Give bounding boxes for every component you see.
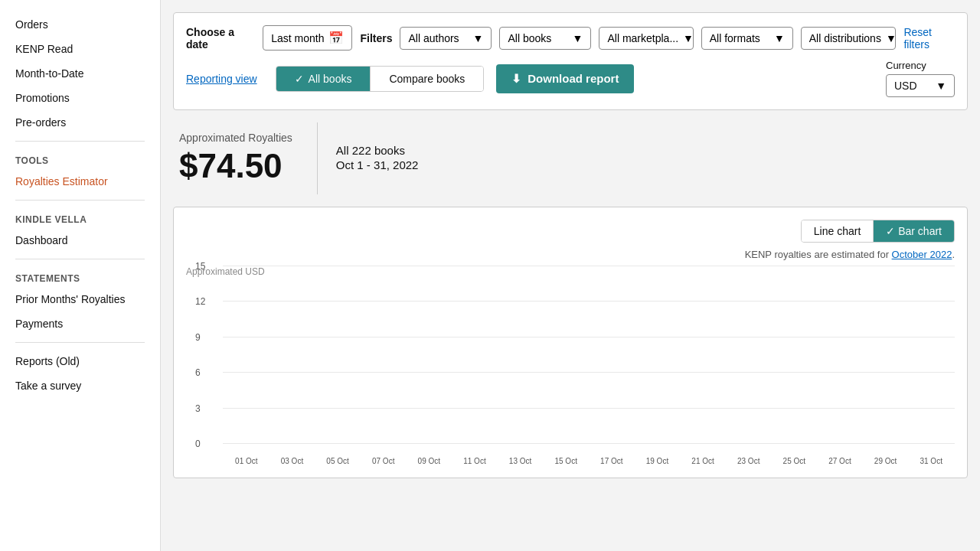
marketplace-dropdown[interactable]: All marketpla... ▼: [599, 27, 693, 50]
royalties-date-range: Oct 1 - 31, 2022: [336, 158, 419, 171]
kenp-period: .: [952, 249, 955, 260]
books-value: All books: [508, 32, 551, 44]
date-value: Last month: [271, 32, 324, 44]
x-axis-label: 29 Oct: [864, 457, 908, 465]
sidebar-item-promotions[interactable]: Promotions: [0, 86, 160, 110]
currency-group: Currency USD ▼: [886, 60, 955, 97]
sidebar-item-payments[interactable]: Payments: [0, 311, 160, 336]
download-label: Download report: [528, 72, 619, 85]
authors-value: All authors: [408, 32, 459, 44]
y-axis-label: 6: [195, 367, 201, 378]
sidebar-item-month-to-date[interactable]: Month-to-Date: [0, 61, 160, 86]
y-axis-label: 3: [195, 403, 201, 414]
kenp-note-text: KENP royalties are estimated for: [745, 249, 889, 260]
currency-label: Currency: [886, 60, 926, 71]
download-icon: ⬇: [511, 72, 521, 86]
all-books-tab[interactable]: ✓All books: [276, 67, 371, 91]
sidebar-item-reports-old[interactable]: Reports (Old): [0, 349, 160, 373]
divider-1: [15, 141, 145, 142]
tools-section-title: TOOLS: [0, 148, 160, 169]
download-report-button[interactable]: ⬇ Download report: [496, 64, 634, 93]
x-axis-label: 11 Oct: [452, 457, 497, 465]
choose-date-label: Choose a date: [186, 26, 252, 51]
sidebar-item-kenp-read[interactable]: KENP Read: [0, 37, 160, 61]
x-axis-label: 15 Oct: [544, 457, 588, 465]
kindle-vella-section-title: KINDLE VELLA: [0, 207, 160, 228]
x-axis-label: 05 Oct: [315, 457, 360, 465]
y-axis-label: 12: [195, 296, 205, 307]
compare-books-tab[interactable]: Compare books: [370, 67, 483, 91]
x-axis-label: 07 Oct: [361, 457, 406, 465]
x-axis-label: 23 Oct: [727, 457, 771, 465]
kenp-link[interactable]: October 2022: [892, 249, 952, 260]
distributions-value: All distributions: [809, 32, 881, 44]
divider-4: [15, 342, 145, 343]
royalties-amount: $74.50: [179, 147, 292, 185]
reset-filters-link[interactable]: Reset filters: [903, 26, 955, 51]
kenp-note: KENP royalties are estimated for October…: [186, 249, 955, 260]
currency-dropdown[interactable]: USD ▼: [886, 74, 955, 97]
view-tab-group: ✓All books Compare books: [276, 66, 485, 92]
x-axis-label: 13 Oct: [498, 457, 543, 465]
formats-dropdown[interactable]: All formats ▼: [701, 27, 793, 50]
approximated-label: Approximated Royalties: [179, 132, 292, 144]
sidebar-item-take-survey[interactable]: Take a survey: [0, 373, 160, 398]
sidebar-item-pre-orders[interactable]: Pre-orders: [0, 110, 160, 135]
reporting-view-link[interactable]: Reporting view: [186, 73, 257, 85]
filter-panel: Choose a date Last month 📅 Filters All a…: [173, 12, 968, 110]
royalties-meta: All 222 books Oct 1 - 31, 2022: [336, 144, 419, 173]
books-arrow-icon: ▼: [573, 32, 583, 44]
formats-value: All formats: [710, 32, 760, 44]
x-axis-label: 21 Oct: [681, 457, 725, 465]
x-axis: 01 Oct03 Oct05 Oct07 Oct09 Oct11 Oct13 O…: [223, 457, 955, 465]
x-axis-label: 09 Oct: [407, 457, 452, 465]
sidebar-item-orders[interactable]: Orders: [0, 12, 160, 37]
y-axis-label: 9: [195, 332, 201, 343]
royalties-amount-block: Approximated Royalties $74.50: [173, 122, 318, 194]
chart-tab-group: Line chart ✓ Bar chart: [801, 220, 955, 243]
currency-value: USD: [894, 80, 917, 92]
currency-arrow-icon: ▼: [936, 80, 946, 92]
chart-panel: Line chart ✓ Bar chart KENP royalties ar…: [173, 207, 968, 478]
x-axis-label: 17 Oct: [590, 457, 634, 465]
distributions-dropdown[interactable]: All distributions ▼: [801, 27, 897, 50]
divider-2: [15, 200, 145, 201]
y-axis-label: 0: [195, 439, 201, 449]
royalties-books-count: All 222 books: [336, 144, 419, 157]
chart-area: Approximated USD 03691215 01 Oct03 Oct05…: [186, 266, 955, 465]
x-axis-label: 03 Oct: [270, 457, 315, 465]
main-content: Choose a date Last month 📅 Filters All a…: [161, 0, 980, 551]
bars-container: [223, 266, 955, 444]
divider-3: [15, 259, 145, 259]
calendar-icon: 📅: [328, 31, 344, 45]
date-picker-button[interactable]: Last month 📅: [263, 25, 352, 51]
bar-chart-tab[interactable]: ✓ Bar chart: [873, 220, 954, 242]
marketplace-value: All marketpla...: [607, 32, 678, 44]
x-axis-label: 01 Oct: [224, 457, 269, 465]
filters-label: Filters: [360, 32, 392, 44]
formats-arrow-icon: ▼: [774, 32, 785, 44]
chart-inner: 03691215: [223, 266, 955, 444]
marketplace-arrow-icon: ▼: [683, 32, 694, 44]
bar-chart-check-icon: ✓: [886, 225, 898, 237]
books-dropdown[interactable]: All books ▼: [499, 27, 591, 50]
authors-arrow-icon: ▼: [473, 32, 484, 44]
x-axis-label: 27 Oct: [818, 457, 862, 465]
x-axis-label: 31 Oct: [909, 457, 953, 465]
authors-dropdown[interactable]: All authors ▼: [400, 27, 492, 50]
chart-controls: Line chart ✓ Bar chart: [186, 220, 955, 243]
reporting-row: Reporting view ✓All books Compare books …: [186, 60, 955, 97]
distributions-arrow-icon: ▼: [886, 32, 897, 44]
sidebar-item-prior-months[interactable]: Prior Months' Royalties: [0, 287, 160, 311]
sidebar-item-royalties-estimator[interactable]: Royalties Estimator: [0, 169, 160, 194]
royalties-section: Approximated Royalties $74.50 All 222 bo…: [173, 122, 968, 194]
x-axis-label: 19 Oct: [635, 457, 680, 465]
sidebar: Orders KENP Read Month-to-Date Promotion…: [0, 0, 161, 551]
y-axis-label: 15: [195, 261, 205, 272]
check-icon: ✓: [295, 73, 304, 85]
x-axis-label: 25 Oct: [773, 457, 817, 465]
filter-top-row: Choose a date Last month 📅 Filters All a…: [186, 25, 955, 51]
sidebar-item-dashboard[interactable]: Dashboard: [0, 228, 160, 253]
line-chart-tab[interactable]: Line chart: [802, 220, 873, 242]
statements-section-title: STATEMENTS: [0, 266, 160, 287]
